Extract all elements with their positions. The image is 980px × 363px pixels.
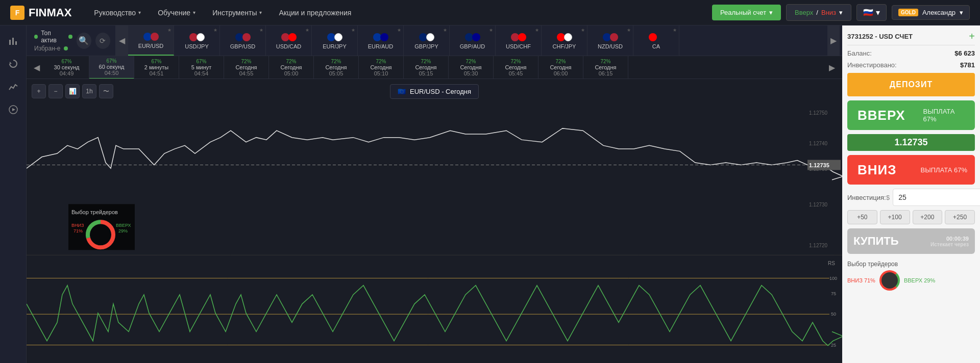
asset-tab-usdchf[interactable]: ★ USD/CHF xyxy=(496,25,542,56)
star-icon: ★ xyxy=(397,28,401,33)
jp-flag xyxy=(197,33,205,41)
asset-tab-ca[interactable]: ★ CA xyxy=(633,25,679,56)
star-icon: ★ xyxy=(581,28,585,33)
izbr-label: Избран-е xyxy=(34,45,61,52)
time-value: 05:05 xyxy=(329,70,344,76)
up-trade-button[interactable]: ВВЕРХ ВЫПЛАТА 67% xyxy=(847,100,975,130)
izbr-row: Избран-е xyxy=(34,45,72,52)
time-label: Сегодня xyxy=(370,64,391,70)
sidebar-icon-play[interactable] xyxy=(3,99,23,120)
buy-label: КУПИТЬ xyxy=(853,235,899,248)
add-account-button[interactable]: + xyxy=(969,31,975,42)
time-tab-60s[interactable]: 67% 60 секунд 04:50 xyxy=(89,56,134,79)
asset-tab-chfjpy[interactable]: ★ CHF/JPY xyxy=(542,25,587,56)
deposit-button[interactable]: ДЕПОЗИТ xyxy=(847,73,975,96)
time-tab-today6[interactable]: 72% Сегодня 05:30 xyxy=(449,56,494,79)
invest-input[interactable] xyxy=(893,189,980,206)
quick-btn-50[interactable]: +50 xyxy=(847,210,877,224)
sidebar-icon-analytics[interactable] xyxy=(3,76,23,97)
flag-icon: 🇷🇺 xyxy=(863,8,873,17)
asset-tab-gbpusd[interactable]: ★ GBP/USD xyxy=(220,25,266,56)
real-account-button[interactable]: Реальный счет ▾ xyxy=(712,5,781,20)
asset-name: NZD/USD xyxy=(598,43,623,49)
star-icon: ★ xyxy=(167,28,172,33)
timeframe-button[interactable]: 1h xyxy=(82,84,96,98)
asset-tab-usdjpy[interactable]: ★ USD/JPY xyxy=(174,25,220,56)
time-label: Сегодня xyxy=(550,64,571,70)
up-down-button[interactable]: Вверх / Вниз ▾ xyxy=(786,4,851,21)
svg-rect-2 xyxy=(15,41,17,45)
time-tab-today9[interactable]: 72% Сегодня 06:15 xyxy=(583,56,628,79)
nav-item-education[interactable]: Обучение ▾ xyxy=(151,5,203,21)
asset-tab-gbpjpy[interactable]: ★ GBP/JPY xyxy=(404,25,450,56)
chart-type-button[interactable]: 📊 xyxy=(65,84,80,98)
sidebar-icon-refresh[interactable] xyxy=(3,54,23,74)
nav-item-guide[interactable]: Руководство ▾ xyxy=(87,5,148,21)
time-tab-today5[interactable]: 72% Сегодня 05:15 xyxy=(404,56,449,79)
search-button[interactable]: 🔍 xyxy=(77,33,91,49)
down-pct-label: ВНИЗ 71% xyxy=(847,277,875,283)
asset-tab-eurusd[interactable]: ★ EUR/USD xyxy=(128,25,174,56)
indicator-button[interactable]: 〜 xyxy=(99,84,113,98)
balance-value: $6 623 xyxy=(954,49,975,57)
assets-bar: Топ актив Избран-е 🔍 ⟳ ◀ ★ xyxy=(27,25,842,56)
jp-flag xyxy=(334,33,342,41)
time-tab-today4[interactable]: 72% Сегодня 05:10 xyxy=(359,56,404,79)
time-tab-today7[interactable]: 72% Сегодня 05:45 xyxy=(494,56,538,79)
down-trade-button[interactable]: ВНИЗ ВЫПЛАТА 67% xyxy=(847,155,975,185)
nav-item-offers[interactable]: Акции и предложения xyxy=(272,5,358,21)
asset-flag-euraud xyxy=(373,32,388,42)
right-panel: 3731252 - USD СЧЕТ + Баланс: $6 623 Инве… xyxy=(842,25,980,363)
quick-btn-250[interactable]: +250 xyxy=(945,210,975,224)
time-next-button[interactable]: ▶ xyxy=(824,56,840,79)
time-tab-5m[interactable]: 67% 5 минут 04:54 xyxy=(179,56,224,79)
quick-btn-100[interactable]: +100 xyxy=(880,210,910,224)
asset-tab-eurjpy[interactable]: ★ EUR/JPY xyxy=(312,25,358,56)
assets-prev-button[interactable]: ◀ xyxy=(116,25,128,56)
time-tab-today2[interactable]: 72% Сегодня 05:00 xyxy=(269,56,314,79)
time-tab-today8[interactable]: 72% Сегодня 06:00 xyxy=(538,56,583,79)
time-value: 05:45 xyxy=(509,70,523,76)
top-assets-label: Топ актив xyxy=(41,30,65,44)
buy-button[interactable]: КУПИТЬ 00:00:39 Истекает через xyxy=(847,228,975,254)
asset-name: GBP/JPY xyxy=(414,43,438,49)
left-sidebar xyxy=(0,25,27,363)
nav-arrow-tools: ▾ xyxy=(259,10,262,15)
trader-donut xyxy=(879,270,900,291)
asset-tab-euraud[interactable]: ★ EUR/AUD xyxy=(358,25,404,56)
time-tab-2m[interactable]: 67% 2 минуты 04:51 xyxy=(134,56,179,79)
assets-next-button[interactable]: ▶ xyxy=(827,25,840,56)
time-label: Сегодня xyxy=(325,64,347,70)
time-tab-today3[interactable]: 72% Сегодня 05:05 xyxy=(314,56,359,79)
user-menu[interactable]: GOLD Александр ▾ xyxy=(892,5,970,20)
time-tabs: 67% 30 секунд 04:49 67% 60 секунд 04:50 … xyxy=(44,56,824,79)
asset-name: GBP/USD xyxy=(230,43,256,49)
asset-name: EUR/USD xyxy=(138,43,164,49)
buy-timer: 00:00:39 xyxy=(930,236,969,242)
asset-tab-usdcad[interactable]: ★ USD/CAD xyxy=(266,25,312,56)
time-tab-today1[interactable]: 72% Сегодня 04:55 xyxy=(224,56,269,79)
language-selector[interactable]: 🇷🇺 ▾ xyxy=(856,4,887,21)
time-pct: 67% xyxy=(196,59,206,64)
up-label: ВВЕРХ xyxy=(847,108,916,123)
asset-tab-nzdusd[interactable]: ★ NZD/USD xyxy=(587,25,633,56)
assets-left-col: Топ актив Избран-е xyxy=(34,30,72,52)
logo-text: FINMAX xyxy=(29,6,71,19)
sidebar-icon-chart[interactable] xyxy=(3,31,23,51)
zoom-out-button[interactable]: − xyxy=(48,84,63,98)
time-tab-30s[interactable]: 67% 30 секунд 04:49 xyxy=(44,56,89,79)
invested-row: Инвестировано: $781 xyxy=(847,61,975,69)
refresh-button[interactable]: ⟳ xyxy=(95,33,110,49)
us-flag xyxy=(151,33,159,41)
chart-tooltip-text: EUR/USD - Сегодня xyxy=(410,88,471,95)
time-prev-button[interactable]: ◀ xyxy=(29,56,44,79)
asset-tab-gbpaud[interactable]: ★ GBP/AUD xyxy=(450,25,496,56)
time-label: 5 минут xyxy=(191,64,212,70)
au-flag xyxy=(380,33,388,41)
zoom-in-button[interactable]: + xyxy=(32,84,46,98)
asset-name: USD/CHF xyxy=(506,43,531,49)
chart-toolbar: + − 📊 1h 〜 xyxy=(32,84,113,98)
nav-item-tools[interactable]: Инструменты ▾ xyxy=(205,5,269,21)
quick-btn-200[interactable]: +200 xyxy=(913,210,943,224)
top-assets-dot xyxy=(68,35,72,39)
